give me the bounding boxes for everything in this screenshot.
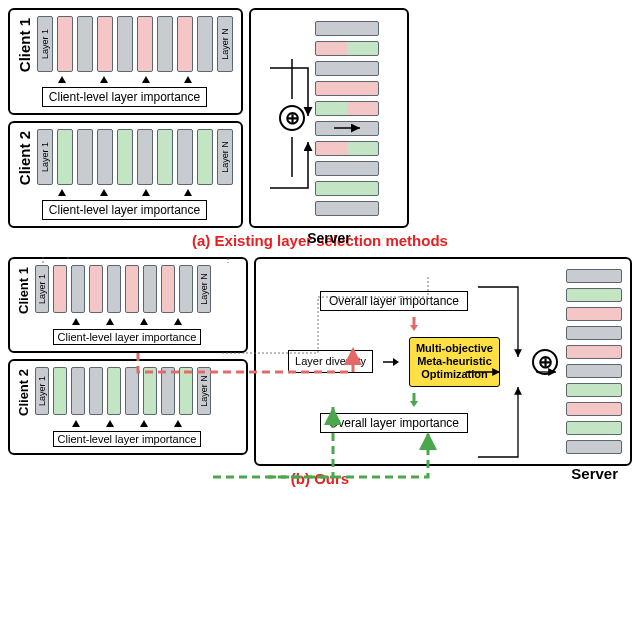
layer-bar: [143, 367, 157, 415]
svg-marker-3: [410, 401, 418, 407]
layer-bar: [117, 16, 133, 72]
layer-bar: [97, 16, 113, 72]
layer-bar: Layer N: [217, 16, 233, 72]
layer-bar: [57, 129, 73, 185]
server-layer-bar: [566, 345, 622, 359]
layer-bar: [197, 16, 213, 72]
layer-bar: [107, 265, 121, 313]
client-importance-label: Client-level layer importance: [42, 200, 207, 220]
server-layer-bar: [566, 307, 622, 321]
merge-arrow-icon: [282, 59, 302, 99]
up-arrow-icon: [174, 420, 182, 427]
layer-bar: Layer 1: [35, 265, 49, 313]
client-2-box-b: Client 2 Layer 1Layer N Client-level lay…: [8, 359, 248, 455]
client-2-layers-b: Layer 1Layer N: [35, 367, 211, 418]
layer-bar: [89, 265, 103, 313]
layer-bar: Layer N: [217, 129, 233, 185]
layer-bar: [117, 129, 133, 185]
opt-line3: Optimization: [416, 368, 493, 381]
server-layer-bar: [566, 421, 622, 435]
server-layers-a: [315, 21, 379, 216]
server-layer-bar: [315, 101, 379, 116]
layer-bar: Layer N: [197, 367, 211, 415]
section-a: Client 1 Layer 1Layer N Client-level lay…: [8, 8, 632, 228]
up-arrow-icon: [58, 76, 66, 83]
layer-n-label: Layer N: [220, 28, 230, 60]
server-box-b: Overall layer importance Layer diversity…: [254, 257, 632, 466]
client-1-label: Client 1: [16, 16, 33, 74]
server-layer-bar: [566, 383, 622, 397]
layer-bar: [71, 367, 85, 415]
layer-bar: [157, 16, 173, 72]
layer-bar: [125, 265, 139, 313]
client-1-layers-b: Layer 1Layer N: [35, 265, 211, 316]
server-layers-b: [566, 269, 622, 454]
up-arrow-icon: [142, 76, 150, 83]
up-arrow-icon: [106, 420, 114, 427]
up-arrow-icon: [72, 420, 80, 427]
client-importance-label: Client-level layer importance: [53, 329, 202, 345]
layer-bar: [137, 16, 153, 72]
client-importance-label: Client-level layer importance: [53, 431, 202, 447]
svg-marker-0: [410, 325, 418, 331]
layer-1-label: Layer 1: [37, 274, 47, 304]
layer-bar: [197, 129, 213, 185]
server-layer-bar: [315, 41, 379, 56]
up-arrow-icon: [58, 189, 66, 196]
layer-n-label: Layer N: [199, 376, 209, 408]
server-layer-bar: [315, 141, 379, 156]
server-box-a: ⊕ Server: [249, 8, 409, 228]
layer-bar: [177, 129, 193, 185]
layer-diversity-text: Layer diversity: [295, 355, 366, 367]
section-b: Client 1 Layer 1Layer N Client-level lay…: [8, 257, 632, 466]
client-2-box: Client 2 Layer 1Layer N Client-level lay…: [8, 121, 243, 228]
client-1-label: Client 1: [16, 265, 31, 316]
opt-line2: Meta-heuristic: [416, 355, 493, 368]
up-arrow-icon: [106, 318, 114, 325]
optimization-box: Multi-objective Meta-heuristic Optimizat…: [409, 337, 500, 387]
server-layer-bar: [315, 121, 379, 136]
layer-bar: [77, 129, 93, 185]
up-arrow-icon: [174, 318, 182, 325]
layer-bar: Layer N: [197, 265, 211, 313]
server-layer-bar: [315, 21, 379, 36]
client-1-box-b: Client 1 Layer 1Layer N Client-level lay…: [8, 257, 248, 353]
layer-bar: [57, 16, 73, 72]
server-layer-bar: [566, 288, 622, 302]
title-b: (b) Ours: [8, 470, 632, 487]
layer-bar: [53, 367, 67, 415]
up-arrow-icon: [100, 189, 108, 196]
server-label: Server: [571, 465, 618, 482]
layer-bar: [137, 129, 153, 185]
up-arrow-icon: [100, 76, 108, 83]
client-1-layers: Layer 1Layer N: [37, 16, 233, 74]
server-layer-bar: [315, 161, 379, 176]
layer-bar: [107, 367, 121, 415]
client-importance-label: Client-level layer importance: [42, 87, 207, 107]
layer-bar: [157, 129, 173, 185]
layer-n-label: Layer N: [220, 141, 230, 173]
client-2-label: Client 2: [16, 367, 31, 418]
arrow-right-icon: [383, 357, 399, 367]
client-2-layers: Layer 1Layer N: [37, 129, 233, 187]
layer-bar: Layer 1: [35, 367, 49, 415]
merge-arrow-icon: [282, 137, 302, 177]
svg-marker-2: [393, 358, 399, 366]
overall-importance-box: Overall layer importance: [320, 413, 468, 433]
arrow-down-icon: [344, 393, 444, 407]
layer-bar: [97, 129, 113, 185]
layer-n-label: Layer N: [199, 274, 209, 306]
layer-bar: [89, 367, 103, 415]
layer-1-label: Layer 1: [40, 29, 50, 59]
layer-bar: [161, 367, 175, 415]
layer-bar: Layer 1: [37, 129, 53, 185]
layer-bar: [71, 265, 85, 313]
up-arrow-icon: [140, 318, 148, 325]
layer-bar: [177, 16, 193, 72]
server-layer-bar: [566, 402, 622, 416]
overall-importance-box: Overall layer importance: [320, 291, 468, 311]
layer-bar: Layer 1: [37, 16, 53, 72]
layer-bar: [179, 367, 193, 415]
server-layer-bar: [315, 61, 379, 76]
server-layer-bar: [566, 364, 622, 378]
